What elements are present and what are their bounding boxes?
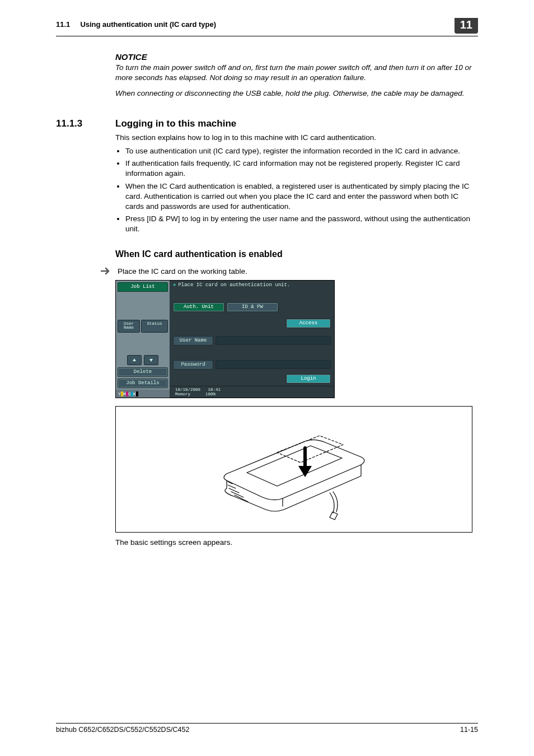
card-reader-illustration — [115, 406, 472, 533]
list-item: To use authentication unit (IC card type… — [125, 146, 478, 156]
running-header: 11.1 Using authentication unit (IC card … — [56, 20, 478, 36]
scroll-up-button[interactable] — [127, 355, 142, 365]
access-button[interactable]: Access — [286, 319, 331, 328]
notice-paragraph-2: When connecting or disconnecting the USB… — [115, 88, 478, 99]
auth-unit-button[interactable]: Auth. Unit — [173, 302, 224, 312]
login-button[interactable]: Login — [286, 374, 331, 384]
chapter-number-box: 11 — [455, 18, 478, 34]
info-icon: ❖ — [173, 283, 176, 288]
result-text: The basic settings screen appears. — [115, 538, 478, 547]
section-heading-row: 11.1.3 Logging in to this machine — [56, 118, 478, 129]
section-title: Logging in to this machine — [115, 118, 236, 129]
header-section-title: Using authentication unit (IC card type) — [80, 20, 216, 29]
status-time: 10:41 — [208, 388, 221, 392]
user-name-input[interactable] — [216, 336, 331, 345]
user-name-column-header: User Name — [118, 320, 140, 333]
status-memory-label: Memory — [175, 392, 190, 396]
footer-page-number: 11-15 — [460, 726, 478, 734]
job-details-button[interactable]: Job Details — [118, 379, 168, 388]
section-intro: This section explains how to log in to t… — [115, 133, 478, 143]
status-column-header: Status — [141, 320, 168, 333]
password-input[interactable] — [216, 360, 331, 369]
subsection-heading: When IC card authentication is enabled — [115, 249, 478, 259]
delete-button[interactable]: Delete — [118, 367, 168, 377]
notice-paragraph-1: To turn the main power switch off and on… — [115, 63, 478, 83]
job-list-tab[interactable]: Job List — [118, 282, 168, 292]
status-memory-pct: 100% — [205, 392, 216, 396]
step-arrow-icon — [101, 267, 112, 275]
status-date: 10/10/2008 — [175, 388, 200, 392]
footer-model: bizhub C652/C652DS/C552/C552DS/C452 — [56, 726, 189, 734]
section-bullet-list: To use authentication unit (IC card type… — [115, 146, 478, 235]
list-item: If authentication fails frequently, IC c… — [125, 158, 478, 179]
list-item: When the IC Card authentication is enabl… — [125, 181, 478, 212]
page-footer: bizhub C652/C652DS/C552/C552DS/C452 11-1… — [56, 723, 478, 734]
control-panel-screenshot: Job List User Name Status Delete Job Det — [115, 280, 335, 399]
notice-heading: NOTICE — [115, 52, 478, 62]
password-field-label: Password — [173, 360, 213, 370]
user-name-field-label: User Name — [173, 336, 213, 346]
step-text: Place the IC card on the working table. — [118, 267, 247, 276]
prompt-text: Place IC card on authentication unit. — [178, 283, 290, 288]
header-section-ref: 11.1 — [56, 20, 70, 29]
section-number: 11.1.3 — [56, 118, 115, 129]
id-pw-button[interactable]: ID & PW — [227, 302, 278, 312]
list-item: Press [ID & PW] to log in by entering th… — [125, 214, 478, 234]
scroll-down-button[interactable] — [144, 355, 158, 365]
